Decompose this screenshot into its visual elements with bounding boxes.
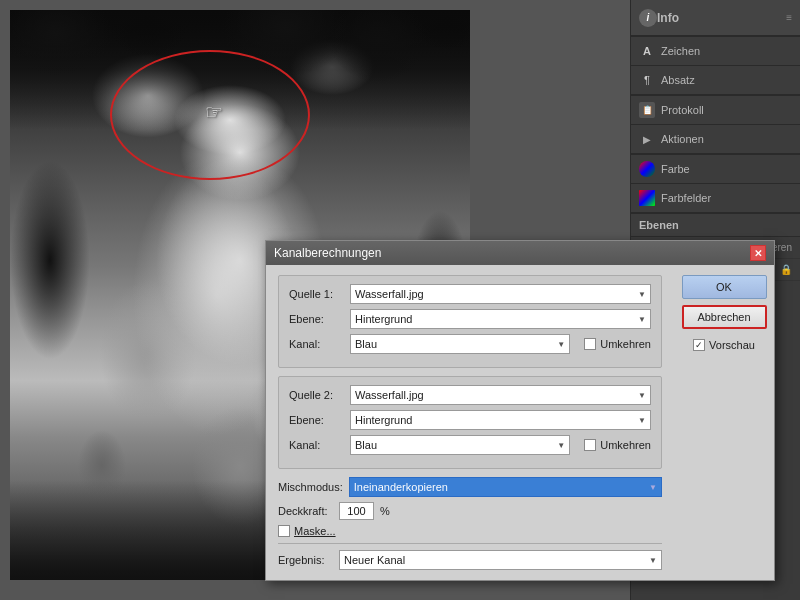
vorschau-label: Vorschau: [709, 339, 755, 351]
ergebnis-select[interactable]: Neuer Kanal ▼: [339, 550, 662, 570]
umkehren2-checkbox[interactable]: [584, 439, 596, 451]
maske-row: Maske...: [278, 525, 662, 537]
mischmodus-value: Ineinanderkopieren: [354, 481, 448, 493]
absatz-label: Absatz: [661, 74, 695, 86]
umkehren2-label: Umkehren: [600, 439, 651, 451]
absatz-icon: ¶: [639, 72, 655, 88]
vorschau-checkbox[interactable]: ✓: [693, 339, 705, 351]
maske-checkbox[interactable]: [278, 525, 290, 537]
dialog-buttons-panel: OK Abbrechen ✓ Vorschau: [674, 265, 774, 580]
vorschau-row: ✓ Vorschau: [693, 339, 755, 351]
dialog-body: Quelle 1: Wasserfall.jpg ▼ Ebene: Hinter…: [266, 265, 774, 580]
source2-row: Quelle 2: Wasserfall.jpg ▼: [289, 385, 651, 405]
kanal2-row: Kanal: Blau ▼ Umkehren: [289, 435, 651, 455]
source1-section: Quelle 1: Wasserfall.jpg ▼ Ebene: Hinter…: [278, 275, 662, 368]
farbfelder-label: Farbfelder: [661, 192, 711, 204]
farbe-icon: [639, 161, 655, 177]
deckkraft-unit: %: [380, 505, 390, 517]
source1-arrow-icon: ▼: [638, 290, 646, 299]
dialog-close-button[interactable]: ✕: [750, 245, 766, 261]
separator-line: [278, 543, 662, 544]
source2-arrow-icon: ▼: [638, 391, 646, 400]
farbe-label: Farbe: [661, 163, 690, 175]
kanal1-row: Kanal: Blau ▼ Umkehren: [289, 334, 651, 354]
ebene1-arrow-icon: ▼: [638, 315, 646, 324]
dialog-title: Kanalberechnungen: [274, 246, 381, 260]
deckkraft-row: Deckkraft: %: [278, 502, 662, 520]
source2-value: Wasserfall.jpg: [355, 389, 424, 401]
source1-row: Quelle 1: Wasserfall.jpg ▼: [289, 284, 651, 304]
protokoll-icon: 📋: [639, 102, 655, 118]
kanal2-arrow-icon: ▼: [557, 441, 565, 450]
sidebar-item-farbfelder[interactable]: Farbfelder: [631, 184, 800, 213]
source1-label: Quelle 1:: [289, 288, 344, 300]
ergebnis-arrow-icon: ▼: [649, 556, 657, 565]
ebene2-value: Hintergrund: [355, 414, 412, 426]
ebene1-value: Hintergrund: [355, 313, 412, 325]
abbrechen-button[interactable]: Abbrechen: [682, 305, 767, 329]
source2-select[interactable]: Wasserfall.jpg ▼: [350, 385, 651, 405]
lock-icon: 🔒: [780, 264, 792, 275]
mischmodus-label: Mischmodus:: [278, 481, 343, 493]
kanal1-label: Kanal:: [289, 338, 344, 350]
mischmodus-select[interactable]: Ineinanderkopieren ▼: [349, 477, 662, 497]
ebene1-label: Ebene:: [289, 313, 344, 325]
source2-label: Quelle 2:: [289, 389, 344, 401]
ebenen-label: Ebenen: [639, 219, 679, 231]
deckkraft-label: Deckkraft:: [278, 505, 333, 517]
ergebnis-value: Neuer Kanal: [344, 554, 405, 566]
ebenen-header: Ebenen: [631, 214, 800, 237]
aktionen-icon: ▶: [639, 131, 655, 147]
zeichen-label: Zeichen: [661, 45, 700, 57]
kanalberechnungen-dialog: Kanalberechnungen ✕ Quelle 1: Wasserfall…: [265, 240, 775, 581]
info-panel-label: Info: [657, 11, 679, 25]
ebene2-row: Ebene: Hintergrund ▼: [289, 410, 651, 430]
info-icon: i: [639, 9, 657, 27]
zeichen-icon: A: [639, 43, 655, 59]
kanal1-select[interactable]: Blau ▼: [350, 334, 570, 354]
mischmodus-arrow-icon: ▼: [649, 483, 657, 492]
mischmodus-row: Mischmodus: Ineinanderkopieren ▼: [278, 477, 662, 497]
sidebar-item-absatz[interactable]: ¶ Absatz: [631, 66, 800, 95]
maske-label[interactable]: Maske...: [294, 525, 336, 537]
kanal1-arrow-icon: ▼: [557, 340, 565, 349]
ebene2-select[interactable]: Hintergrund ▼: [350, 410, 651, 430]
kanal2-label: Kanal:: [289, 439, 344, 451]
sidebar-item-aktionen[interactable]: ▶ Aktionen: [631, 125, 800, 154]
dialog-title-bar: Kanalberechnungen ✕: [266, 241, 774, 265]
umkehren1-checkbox[interactable]: [584, 338, 596, 350]
protokoll-label: Protokoll: [661, 104, 704, 116]
ebene1-row: Ebene: Hintergrund ▼: [289, 309, 651, 329]
umkehren2-row: Umkehren: [584, 439, 651, 451]
deckkraft-input[interactable]: [339, 502, 374, 520]
kanal1-value: Blau: [355, 338, 377, 350]
sidebar-item-zeichen[interactable]: A Zeichen: [631, 37, 800, 66]
ergebnis-label: Ergebnis:: [278, 554, 333, 566]
info-panel-header[interactable]: i Info ≡: [631, 0, 800, 36]
dialog-form: Quelle 1: Wasserfall.jpg ▼ Ebene: Hinter…: [266, 265, 674, 580]
ebene2-label: Ebene:: [289, 414, 344, 426]
source1-value: Wasserfall.jpg: [355, 288, 424, 300]
umkehren1-label: Umkehren: [600, 338, 651, 350]
panel-options[interactable]: ≡: [778, 12, 792, 23]
farbfelder-icon: [639, 190, 655, 206]
sidebar-item-protokoll[interactable]: 📋 Protokoll: [631, 96, 800, 125]
kanal2-select[interactable]: Blau ▼: [350, 435, 570, 455]
source2-section: Quelle 2: Wasserfall.jpg ▼ Ebene: Hinter…: [278, 376, 662, 469]
ok-button[interactable]: OK: [682, 275, 767, 299]
umkehren1-row: Umkehren: [584, 338, 651, 350]
ebene1-select[interactable]: Hintergrund ▼: [350, 309, 651, 329]
source1-select[interactable]: Wasserfall.jpg ▼: [350, 284, 651, 304]
ergebnis-row: Ergebnis: Neuer Kanal ▼: [278, 550, 662, 570]
ebene2-arrow-icon: ▼: [638, 416, 646, 425]
kanal2-value: Blau: [355, 439, 377, 451]
sidebar-item-farbe[interactable]: Farbe: [631, 155, 800, 184]
aktionen-label: Aktionen: [661, 133, 704, 145]
